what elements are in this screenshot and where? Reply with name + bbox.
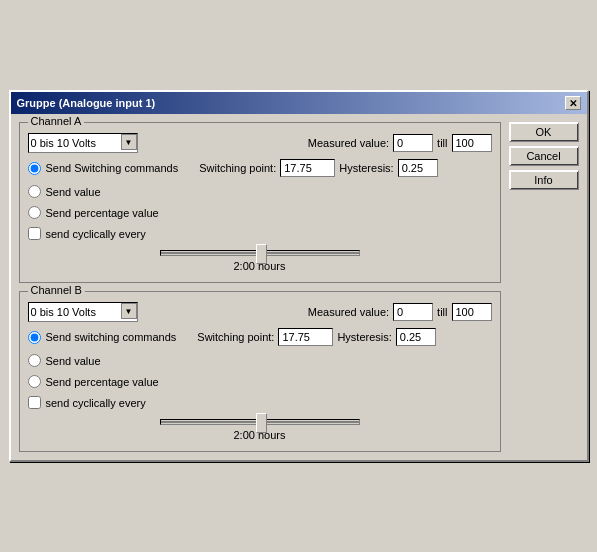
channel-a-hysteresis-label: Hysteresis: [339,162,393,174]
channel-b-measured-label: Measured value: [308,306,389,318]
ok-button[interactable]: OK [509,122,579,142]
channel-a-radio3[interactable] [28,206,41,219]
channel-b-radio1[interactable] [28,331,41,344]
main-area: Channel A 0 bis 10 Volts 0 bis 5 Volts 0… [19,122,501,452]
channel-a-radio2-row: Send value [28,183,492,200]
cancel-button[interactable]: Cancel [509,146,579,166]
channel-b-hysteresis-label: Hysteresis: [337,331,391,343]
channel-b-switching-label: Switching point: [197,331,274,343]
channel-b-slider-track[interactable] [160,419,360,425]
title-bar: Gruppe (Analogue input 1) ✕ [11,92,587,114]
channel-b-voltage-select[interactable]: 0 bis 10 Volts 0 bis 5 Volts 0 bis 20 mA [28,302,138,322]
channel-a-group: Channel A 0 bis 10 Volts 0 bis 5 Volts 0… [19,122,501,283]
channel-b-measured-row: Measured value: till [308,303,492,321]
channel-a-slider-track[interactable] [160,250,360,256]
channel-a-legend: Channel A [28,115,85,127]
channel-a-radio3-label: Send percentage value [46,207,159,219]
main-window: Gruppe (Analogue input 1) ✕ Channel A 0 … [9,90,589,462]
channel-a-checkbox[interactable] [28,227,41,240]
channel-b-checkbox-row: send cyclically every [28,394,492,411]
window-content: Channel A 0 bis 10 Volts 0 bis 5 Volts 0… [11,114,587,460]
channel-a-radio1[interactable] [28,162,41,175]
info-button[interactable]: Info [509,170,579,190]
channel-a-measured-row: Measured value: till [308,134,492,152]
channel-a-voltage-select[interactable]: 0 bis 10 Volts 0 bis 5 Volts 0 bis 20 mA [28,133,138,153]
channel-a-voltage-wrapper: 0 bis 10 Volts 0 bis 5 Volts 0 bis 20 mA… [28,133,138,153]
channel-a-top-row: 0 bis 10 Volts 0 bis 5 Volts 0 bis 20 mA… [28,133,492,153]
channel-a-switching-row: Switching point: Hysteresis: [199,159,437,177]
channel-a-measured-from[interactable] [393,134,433,152]
channel-a-slider-thumb[interactable] [256,244,267,264]
close-button[interactable]: ✕ [565,96,581,110]
channel-b-measured-to[interactable] [452,303,492,321]
channel-b-radio3-label: Send percentage value [46,376,159,388]
window-title: Gruppe (Analogue input 1) [17,97,156,109]
channel-b-group: Channel B 0 bis 10 Volts 0 bis 5 Volts 0… [19,291,501,452]
channel-b-radio2-row: Send value [28,352,492,369]
channel-a-measured-label: Measured value: [308,137,389,149]
channel-a-hysteresis-value[interactable] [398,159,438,177]
channel-a-radio2[interactable] [28,185,41,198]
channel-a-checkbox-row: send cyclically every [28,225,492,242]
channel-b-radio3-row: Send percentage value [28,373,492,390]
channel-b-till-label: till [437,306,447,318]
channel-a-radio1-row: Send Switching commands Switching point:… [28,157,492,179]
channel-b-slider-thumb[interactable] [256,413,267,433]
channel-a-switching-label: Switching point: [199,162,276,174]
channel-b-voltage-wrapper: 0 bis 10 Volts 0 bis 5 Volts 0 bis 20 mA… [28,302,138,322]
channel-b-radio1-label: Send switching commands [46,331,177,343]
channel-a-radio3-row: Send percentage value [28,204,492,221]
channel-a-checkbox-label: send cyclically every [46,228,146,240]
channel-b-legend: Channel B [28,284,85,296]
side-buttons: OK Cancel Info [509,122,579,452]
channel-a-till-label: till [437,137,447,149]
channel-b-slider-area: 2:00 hours [28,417,492,443]
channel-b-radio3[interactable] [28,375,41,388]
channel-a-radio2-label: Send value [46,186,101,198]
channel-b-switching-value[interactable] [278,328,333,346]
channel-b-radio2-label: Send value [46,355,101,367]
channel-a-slider-area: 2:00 hours [28,248,492,274]
channel-a-radio1-label: Send Switching commands [46,162,179,174]
channel-b-checkbox[interactable] [28,396,41,409]
channel-b-switching-row: Switching point: Hysteresis: [197,328,435,346]
channel-b-content: 0 bis 10 Volts 0 bis 5 Volts 0 bis 20 mA… [28,302,492,443]
channel-b-hysteresis-value[interactable] [396,328,436,346]
channel-b-radio2[interactable] [28,354,41,367]
channel-a-measured-to[interactable] [452,134,492,152]
channel-b-checkbox-label: send cyclically every [46,397,146,409]
channel-b-radio1-row: Send switching commands Switching point:… [28,326,492,348]
channel-b-top-row: 0 bis 10 Volts 0 bis 5 Volts 0 bis 20 mA… [28,302,492,322]
channel-a-switching-value[interactable] [280,159,335,177]
channel-b-measured-from[interactable] [393,303,433,321]
channel-a-content: 0 bis 10 Volts 0 bis 5 Volts 0 bis 20 mA… [28,133,492,274]
